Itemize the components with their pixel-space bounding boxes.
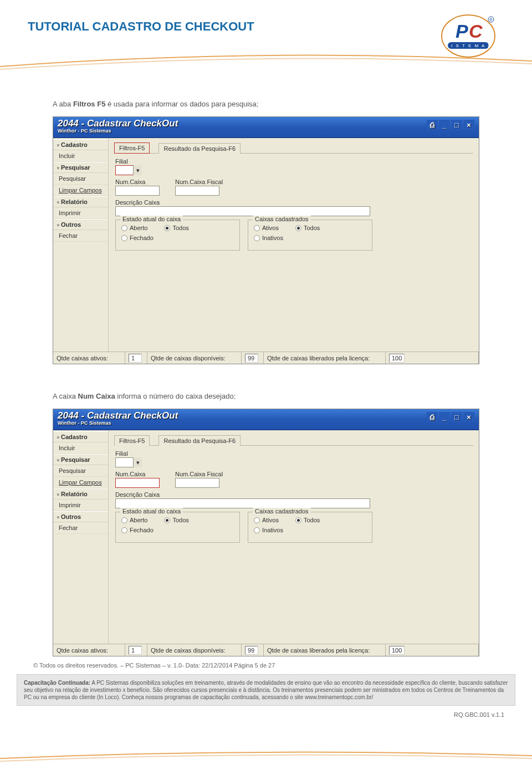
sidebar-item-imprimir[interactable]: Imprimir [53, 207, 108, 219]
minimize-icon[interactable]: _ [439, 412, 450, 422]
sidebar-header-relatorio[interactable]: Relatório [53, 196, 108, 207]
radio-ativos[interactable]: Ativos [254, 225, 279, 231]
maximize-icon[interactable]: □ [451, 120, 462, 130]
fieldset-caixas-title: Caixas cadastrados [253, 216, 311, 222]
chevron-down-icon[interactable]: ▾ [133, 165, 142, 175]
svg-text:C: C [469, 21, 483, 42]
label-numcaixa: Num.Caixa [115, 179, 160, 185]
radio-aberto[interactable]: Aberto [121, 225, 147, 231]
radio-inativos[interactable]: Inativos [254, 235, 283, 241]
status-label-1: Qtde caixas ativos: [57, 647, 108, 654]
window-titlebar: 2044 - Cadastrar CheckOut Winthor - PC S… [53, 117, 479, 138]
status-label-2: Qtde de caixas disponíveis: [151, 647, 226, 654]
label-descricao: Descrição Caixa [115, 491, 472, 498]
fieldset-estado: Estado atual do caixa Aberto Todos Fecha… [115, 512, 240, 543]
chevron-down-icon[interactable]: ▾ [133, 457, 142, 467]
sidebar-header-cadastro[interactable]: Cadastro [53, 431, 108, 442]
status-value-2: 99 [245, 646, 258, 655]
header-curve [0, 50, 532, 72]
window-titlebar: 2044 - Cadastrar CheckOut Winthor - PC S… [53, 409, 479, 430]
fieldset-caixas: Caixas cadastrados Ativos Todos Inativos [248, 512, 372, 543]
settings-icon[interactable]: ⎙ [427, 120, 438, 130]
window-title: 2044 - Cadastrar CheckOut [58, 118, 178, 129]
copyright: © Todos os direitos reservados. – PC Sis… [33, 662, 532, 669]
sidebar-item-pesquisar[interactable]: Pesquisar [53, 173, 108, 185]
tab-resultado[interactable]: Resultado da Pesquisa-F6 [158, 435, 241, 446]
sidebar: Cadastro Incluir Pesquisar Pesquisar Lim… [53, 430, 109, 644]
sidebar-header-relatorio[interactable]: Relatório [53, 488, 108, 500]
svg-text:S I S T E M A S: S I S T E M A S [445, 43, 492, 48]
sidebar-item-incluir[interactable]: Incluir [53, 150, 108, 162]
descricao-input[interactable] [115, 498, 370, 508]
sidebar-item-limpar[interactable]: Limpar Campos [53, 185, 108, 196]
status-label-3: Qtde de caixas liberados pela licença: [267, 355, 370, 361]
radio-estado-todos[interactable]: Todos [164, 517, 188, 523]
footer-box: Capacitação Continuada: A PC Sistemas di… [17, 674, 515, 706]
intro-paragraph-2: A caixa Num Caixa informa o número do ca… [53, 392, 532, 400]
sidebar-header-outros[interactable]: Outros [53, 511, 108, 522]
intro-paragraph-1: A aba Filtros F5 é usada para informar o… [53, 100, 532, 108]
sidebar-item-fechar[interactable]: Fechar [53, 230, 108, 242]
numcaixafiscal-input[interactable] [175, 478, 219, 488]
sidebar-item-imprimir[interactable]: Imprimir [53, 500, 108, 511]
close-icon[interactable]: × [463, 412, 474, 422]
fieldset-estado: Estado atual do caixa Aberto Todos Fecha… [115, 220, 240, 251]
fieldset-caixas: Caixas cadastrados Ativos Todos Inativos [248, 220, 372, 251]
status-value-1: 1 [129, 354, 142, 363]
sidebar-header-outros[interactable]: Outros [53, 219, 108, 230]
window-1: 2044 - Cadastrar CheckOut Winthor - PC S… [53, 116, 479, 364]
label-numcaixafiscal: Num.Caixa Fiscal [175, 471, 223, 477]
fieldset-estado-title: Estado atual do caixa [120, 216, 183, 222]
tab-filtros[interactable]: Filtros-F5 [114, 142, 150, 154]
sidebar: Cadastro Incluir Pesquisar Pesquisar Lim… [53, 138, 109, 352]
sidebar-header-pesquisar[interactable]: Pesquisar [53, 162, 108, 173]
svg-text:P: P [456, 21, 468, 42]
radio-fechado[interactable]: Fechado [121, 527, 154, 533]
fieldset-caixas-title: Caixas cadastrados [253, 508, 311, 515]
status-label-1: Qtde caixas ativos: [57, 355, 108, 361]
sidebar-item-limpar[interactable]: Limpar Campos [53, 477, 108, 488]
label-filial: Filial [115, 158, 472, 165]
label-numcaixa: Num.Caixa [115, 471, 160, 477]
sidebar-item-fechar[interactable]: Fechar [53, 522, 108, 534]
radio-estado-todos[interactable]: Todos [164, 225, 188, 231]
sidebar-header-pesquisar[interactable]: Pesquisar [53, 454, 108, 465]
numcaixa-input[interactable] [115, 186, 160, 196]
radio-inativos[interactable]: Inativos [254, 527, 283, 533]
status-label-2: Qtde de caixas disponíveis: [151, 355, 226, 361]
label-filial: Filial [115, 450, 472, 457]
sidebar-item-pesquisar[interactable]: Pesquisar [53, 465, 108, 477]
radio-caixas-todos[interactable]: Todos [295, 517, 320, 523]
radio-caixas-todos[interactable]: Todos [295, 225, 320, 231]
close-icon[interactable]: × [463, 120, 474, 130]
sidebar-item-incluir[interactable]: Incluir [53, 442, 108, 454]
page-title: TUTORIAL CADASTRO DE CHECKOUT [28, 19, 254, 34]
svg-text:R: R [489, 18, 492, 22]
descricao-input[interactable] [115, 206, 370, 216]
numcaixa-input[interactable] [115, 478, 160, 488]
maximize-icon[interactable]: □ [451, 412, 462, 422]
status-value-3: 100 [389, 646, 405, 655]
radio-ativos[interactable]: Ativos [254, 517, 279, 523]
rq-code: RQ.GBC.001 v.1.1 [0, 711, 504, 718]
footer-curve [0, 747, 532, 764]
tab-filtros[interactable]: Filtros-F5 [114, 435, 150, 446]
sidebar-header-cadastro[interactable]: Cadastro [53, 139, 108, 150]
tab-resultado[interactable]: Resultado da Pesquisa-F6 [158, 143, 241, 154]
window-title: 2044 - Cadastrar CheckOut [58, 410, 178, 421]
numcaixafiscal-input[interactable] [175, 186, 219, 196]
radio-aberto[interactable]: Aberto [121, 517, 147, 523]
label-numcaixafiscal: Num.Caixa Fiscal [175, 179, 223, 185]
statusbar: Qtde caixas ativos: 1 Qtde de caixas dis… [53, 352, 479, 364]
status-value-3: 100 [389, 354, 405, 363]
statusbar: Qtde caixas ativos: 1 Qtde de caixas dis… [53, 644, 479, 656]
status-value-2: 99 [245, 354, 258, 363]
minimize-icon[interactable]: _ [439, 120, 450, 130]
window-2: 2044 - Cadastrar CheckOut Winthor - PC S… [53, 409, 479, 656]
settings-icon[interactable]: ⎙ [427, 412, 438, 422]
fieldset-estado-title: Estado atual do caixa [120, 508, 183, 515]
label-descricao: Descrição Caixa [115, 199, 472, 206]
status-value-1: 1 [129, 646, 142, 655]
status-label-3: Qtde de caixas liberados pela licença: [267, 647, 370, 654]
radio-fechado[interactable]: Fechado [121, 235, 154, 241]
